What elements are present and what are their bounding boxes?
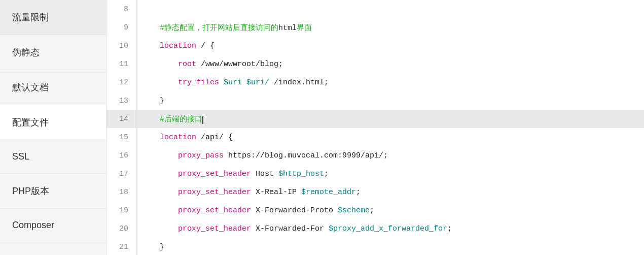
- variable: $remote_addr: [301, 188, 356, 197]
- variable: $proxy_add_x_forwarded_for: [329, 225, 447, 233]
- code-table: 8 9 #静态配置，打开网站后直接访问的html界面 10 location /…: [106, 0, 644, 255]
- line-content: proxy_set_header X-Real-IP $remote_addr;: [137, 183, 644, 201]
- line-content: [137, 0, 644, 18]
- line-content: root /www/wwwroot/blog;: [137, 55, 644, 73]
- table-row: 9 #静态配置，打开网站后直接访问的html界面: [106, 18, 644, 37]
- variable: $uri: [224, 78, 242, 87]
- line-content: }: [137, 238, 644, 255]
- line-content: proxy_set_header X-Forwarded-For $proxy_…: [137, 219, 644, 238]
- table-row: 19 proxy_set_header X-Forwarded-Proto $s…: [106, 201, 644, 219]
- sidebar-item-label: PHP版本: [12, 186, 49, 196]
- line-content: }: [137, 91, 644, 110]
- table-row: 12 try_files $uri $uri/ /index.html;: [106, 73, 644, 91]
- variable: $uri/: [246, 78, 269, 87]
- line-number: 18: [106, 183, 137, 201]
- line-number: 13: [106, 91, 137, 110]
- line-number: 11: [106, 55, 137, 73]
- table-row: 20 proxy_set_header X-Forwarded-For $pro…: [106, 219, 644, 238]
- line-number: 17: [106, 165, 137, 183]
- keyword: root: [178, 60, 196, 69]
- line-number: 9: [106, 18, 137, 37]
- keyword: location: [160, 42, 196, 50]
- line-content: try_files $uri $uri/ /index.html;: [137, 73, 644, 91]
- line-number: 15: [106, 128, 137, 146]
- line-content: proxy_set_header Host $http_host;: [137, 165, 644, 183]
- line-content: #静态配置，打开网站后直接访问的html界面: [137, 18, 644, 37]
- keyword: proxy_set_header: [178, 206, 251, 215]
- table-row: 18 proxy_set_header X-Real-IP $remote_ad…: [106, 183, 644, 201]
- line-number: 19: [106, 201, 137, 219]
- table-row: 13 }: [106, 91, 644, 110]
- sidebar-item-label: 默认文档: [12, 82, 49, 92]
- sidebar-item-label: 配置文件: [12, 117, 49, 128]
- keyword: proxy_set_header: [178, 225, 251, 233]
- variable: $http_host: [278, 170, 324, 178]
- sidebar-item-label: Composer: [12, 220, 54, 230]
- sidebar-item-label: 流量限制: [12, 12, 49, 22]
- variable: $scheme: [338, 206, 370, 215]
- line-content: proxy_set_header X-Forwarded-Proto $sche…: [137, 201, 644, 219]
- table-row: 17 proxy_set_header Host $http_host;: [106, 165, 644, 183]
- sidebar-item-label: SSL: [12, 151, 29, 162]
- sidebar-item-default-doc[interactable]: 默认文档: [0, 70, 106, 105]
- sidebar-item-config-file[interactable]: 配置文件: [0, 105, 106, 140]
- table-row: 15 location /api/ {: [106, 128, 644, 146]
- sidebar: 流量限制 伪静态 默认文档 配置文件 SSL PHP版本 Composer: [0, 0, 106, 255]
- line-number: 14: [106, 110, 137, 128]
- keyword: try_files: [178, 78, 219, 87]
- table-row: 14 #后端的接口: [106, 110, 644, 128]
- sidebar-item-fake-static[interactable]: 伪静态: [0, 35, 106, 70]
- sidebar-item-composer[interactable]: Composer: [0, 209, 106, 242]
- line-content: #后端的接口: [137, 110, 644, 128]
- code-editor[interactable]: 8 9 #静态配置，打开网站后直接访问的html界面 10 location /…: [106, 0, 644, 255]
- line-number: 12: [106, 73, 137, 91]
- line-content: location / {: [137, 37, 644, 55]
- sidebar-item-ssl[interactable]: SSL: [0, 140, 106, 174]
- keyword: proxy_set_header: [178, 188, 251, 197]
- table-row: 10 location / {: [106, 37, 644, 55]
- sidebar-item-php-version[interactable]: PHP版本: [0, 174, 106, 209]
- line-number: 20: [106, 219, 137, 238]
- line-number: 21: [106, 238, 137, 255]
- comment-text: #静态配置，打开网站后直接访问的html界面: [160, 24, 312, 33]
- table-row: 16 proxy_pass https://blog.muvocal.com:9…: [106, 146, 644, 165]
- sidebar-item-label: 伪静态: [12, 47, 40, 57]
- line-number: 8: [106, 0, 137, 18]
- table-row: 11 root /www/wwwroot/blog;: [106, 55, 644, 73]
- table-row: 8: [106, 0, 644, 18]
- comment-text: #后端的接口: [160, 115, 202, 124]
- line-content: proxy_pass https://blog.muvocal.com:9999…: [137, 146, 644, 165]
- sidebar-item-traffic-limit[interactable]: 流量限制: [0, 0, 106, 35]
- line-number: 16: [106, 146, 137, 165]
- table-row: 21 }: [106, 238, 644, 255]
- text-cursor: [202, 116, 203, 124]
- keyword: location: [160, 133, 196, 142]
- line-content: location /api/ {: [137, 128, 644, 146]
- keyword: proxy_pass: [178, 151, 224, 160]
- line-number: 10: [106, 37, 137, 55]
- keyword: proxy_set_header: [178, 170, 251, 178]
